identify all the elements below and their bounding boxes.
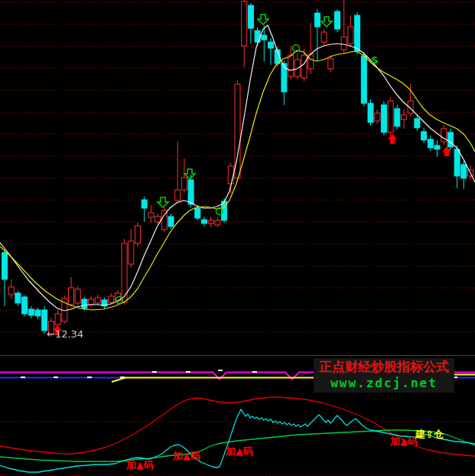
candle-down xyxy=(82,299,87,308)
candle-down xyxy=(268,42,274,48)
candle-up xyxy=(341,37,346,50)
candle-down xyxy=(381,105,386,132)
candle-down xyxy=(195,208,200,218)
candle-up xyxy=(181,178,187,190)
candle-down xyxy=(447,132,453,147)
band-dash xyxy=(152,371,157,373)
candle-up xyxy=(75,289,80,303)
watermark-title: 正点财经炒股指标公式 xyxy=(314,358,454,376)
band-dash xyxy=(218,370,223,371)
candle-down xyxy=(314,13,320,27)
candle-down xyxy=(262,35,267,40)
candle-up xyxy=(95,298,100,303)
candle-up xyxy=(135,226,141,243)
candle-up xyxy=(288,55,294,77)
band-dash xyxy=(54,377,58,378)
candle-down xyxy=(461,165,467,178)
band-dash xyxy=(252,371,257,373)
candle-down xyxy=(35,310,41,316)
candle-up xyxy=(215,220,220,225)
candle-up xyxy=(55,314,60,324)
candle-down xyxy=(22,297,28,314)
candle-up xyxy=(69,288,74,305)
candle-down xyxy=(28,309,34,315)
ind-green xyxy=(0,430,475,461)
candle-down xyxy=(428,139,433,148)
candle-down xyxy=(42,310,47,331)
candle-up xyxy=(89,299,94,305)
candle-up xyxy=(129,241,134,264)
candle-down xyxy=(454,149,460,176)
candle-down xyxy=(415,119,420,128)
candle-up xyxy=(301,55,307,78)
candle-up xyxy=(402,115,407,119)
candle-up xyxy=(375,113,380,121)
candle-down xyxy=(142,200,147,208)
chart-canvas: S←12.34 xyxy=(0,0,475,476)
buy-up-arrow-icon xyxy=(442,146,451,156)
stock-chart-window: S←12.34 正点财经炒股指标公式 www.zdcj.net 加▲码加▲码加▲… xyxy=(0,0,475,476)
sell-down-arrow-icon xyxy=(321,17,332,27)
sell-s-marker: S xyxy=(371,54,378,66)
candle-up xyxy=(109,296,114,302)
watermark-url: www.zdcj.net xyxy=(314,376,454,390)
candle-up xyxy=(388,101,393,132)
candle-down xyxy=(202,220,207,223)
candle-down xyxy=(188,180,194,204)
candle-up xyxy=(175,190,181,201)
band-dash xyxy=(87,377,92,378)
candle-down xyxy=(168,217,174,227)
sell-down-arrow-icon xyxy=(158,197,168,207)
candle-down xyxy=(434,145,440,149)
candle-down xyxy=(2,253,8,279)
candle-up xyxy=(155,217,161,222)
ind-red xyxy=(0,397,475,456)
price-low-annotation: ←12.34 xyxy=(47,328,83,340)
candle-down xyxy=(421,132,427,140)
candle-down xyxy=(355,15,360,51)
candle-down xyxy=(248,5,253,28)
sell-down-arrow-icon xyxy=(258,15,268,24)
candle-down xyxy=(395,109,400,126)
candle-up xyxy=(328,59,333,69)
candle-down xyxy=(335,11,340,29)
candle-up xyxy=(242,2,247,46)
watermark-box: 正点财经炒股指标公式 www.zdcj.net xyxy=(314,358,454,393)
candle-up xyxy=(348,27,353,44)
candle-down xyxy=(361,56,366,103)
band-dash xyxy=(186,371,190,373)
band-dash xyxy=(120,377,125,378)
candle-up xyxy=(8,287,14,295)
candle-down xyxy=(15,293,21,303)
candle-down xyxy=(368,103,373,122)
candle-up xyxy=(148,213,154,217)
candle-up xyxy=(228,166,233,184)
candle-up xyxy=(208,220,213,223)
band-dash xyxy=(21,377,25,378)
buy-up-arrow-icon xyxy=(388,134,397,144)
candle-up xyxy=(321,32,327,42)
